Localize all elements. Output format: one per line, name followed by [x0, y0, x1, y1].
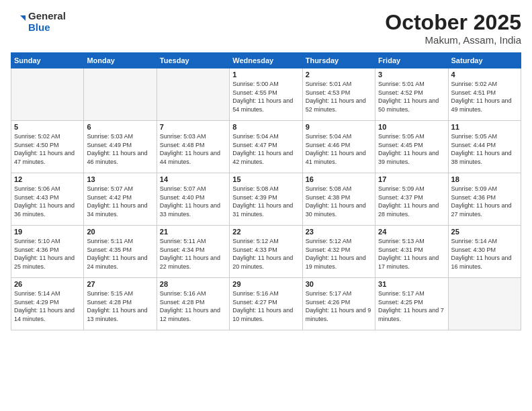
weekday-header: Monday	[84, 53, 157, 68]
calendar-week-row: 5Sunrise: 5:02 AMSunset: 4:50 PMDaylight…	[11, 121, 521, 173]
logo-general: General	[28, 11, 66, 22]
day-number: 28	[160, 280, 226, 288]
day-number: 3	[378, 71, 445, 79]
day-number: 31	[378, 280, 445, 288]
day-info: Sunrise: 5:07 AMSunset: 4:40 PMDaylight:…	[160, 185, 226, 218]
day-number: 14	[160, 175, 226, 183]
weekday-header: Sunday	[11, 53, 84, 68]
day-number: 17	[378, 175, 445, 183]
day-info: Sunrise: 5:07 AMSunset: 4:42 PMDaylight:…	[87, 185, 153, 218]
day-info: Sunrise: 5:02 AMSunset: 4:51 PMDaylight:…	[451, 80, 518, 113]
calendar-cell	[448, 278, 521, 330]
day-info: Sunrise: 5:14 AMSunset: 4:30 PMDaylight:…	[451, 237, 518, 271]
day-number: 6	[87, 123, 153, 131]
day-info: Sunrise: 5:16 AMSunset: 4:27 PMDaylight:…	[232, 289, 299, 323]
day-info: Sunrise: 5:01 AMSunset: 4:53 PMDaylight:…	[306, 80, 372, 113]
calendar-cell: 23Sunrise: 5:12 AMSunset: 4:32 PMDayligh…	[302, 226, 375, 278]
day-info: Sunrise: 5:05 AMSunset: 4:45 PMDaylight:…	[378, 132, 445, 166]
header: General Blue October 2025 Makum, Assam, …	[11, 11, 521, 46]
calendar-cell: 28Sunrise: 5:16 AMSunset: 4:28 PMDayligh…	[157, 278, 229, 330]
calendar-cell: 21Sunrise: 5:11 AMSunset: 4:34 PMDayligh…	[157, 226, 229, 278]
day-info: Sunrise: 5:03 AMSunset: 4:48 PMDaylight:…	[160, 132, 226, 166]
calendar-week-row: 19Sunrise: 5:10 AMSunset: 4:36 PMDayligh…	[11, 226, 521, 278]
calendar-cell: 20Sunrise: 5:11 AMSunset: 4:35 PMDayligh…	[84, 226, 157, 278]
calendar-cell: 19Sunrise: 5:10 AMSunset: 4:36 PMDayligh…	[11, 226, 84, 278]
calendar-cell: 3Sunrise: 5:01 AMSunset: 4:52 PMDaylight…	[375, 68, 448, 121]
calendar-cell: 25Sunrise: 5:14 AMSunset: 4:30 PMDayligh…	[448, 226, 521, 278]
day-number: 15	[232, 175, 299, 183]
day-number: 27	[87, 280, 153, 288]
title-block: October 2025 Makum, Assam, India	[385, 11, 521, 46]
day-number: 30	[306, 280, 372, 288]
day-number: 19	[14, 228, 81, 236]
day-number: 18	[451, 175, 518, 183]
calendar-cell: 10Sunrise: 5:05 AMSunset: 4:45 PMDayligh…	[375, 121, 448, 173]
calendar-cell: 26Sunrise: 5:14 AMSunset: 4:29 PMDayligh…	[11, 278, 84, 330]
day-number: 2	[306, 71, 372, 79]
day-number: 4	[451, 71, 518, 79]
day-number: 10	[378, 123, 445, 131]
calendar-cell: 15Sunrise: 5:08 AMSunset: 4:39 PMDayligh…	[230, 173, 302, 226]
day-info: Sunrise: 5:08 AMSunset: 4:39 PMDaylight:…	[232, 185, 299, 218]
logo-icon	[11, 13, 27, 29]
day-number: 24	[378, 228, 445, 236]
logo-blue: Blue	[28, 22, 66, 34]
day-info: Sunrise: 5:06 AMSunset: 4:43 PMDaylight:…	[14, 185, 81, 218]
calendar-cell: 22Sunrise: 5:12 AMSunset: 4:33 PMDayligh…	[230, 226, 302, 278]
day-number: 11	[451, 123, 518, 131]
day-info: Sunrise: 5:13 AMSunset: 4:31 PMDaylight:…	[378, 237, 445, 271]
calendar-container: General Blue October 2025 Makum, Assam, …	[0, 0, 532, 411]
day-info: Sunrise: 5:04 AMSunset: 4:47 PMDaylight:…	[232, 132, 299, 166]
logo: General Blue	[11, 11, 66, 33]
calendar-cell: 24Sunrise: 5:13 AMSunset: 4:31 PMDayligh…	[375, 226, 448, 278]
calendar-cell	[11, 68, 84, 121]
day-info: Sunrise: 5:14 AMSunset: 4:29 PMDaylight:…	[14, 289, 81, 323]
calendar-cell	[84, 68, 157, 121]
weekday-header: Thursday	[302, 53, 375, 68]
day-info: Sunrise: 5:12 AMSunset: 4:32 PMDaylight:…	[306, 237, 372, 271]
calendar-cell: 12Sunrise: 5:06 AMSunset: 4:43 PMDayligh…	[11, 173, 84, 226]
weekday-header: Saturday	[448, 53, 521, 68]
day-number: 13	[87, 175, 153, 183]
calendar-cell: 31Sunrise: 5:17 AMSunset: 4:25 PMDayligh…	[375, 278, 448, 330]
day-info: Sunrise: 5:05 AMSunset: 4:44 PMDaylight:…	[451, 132, 518, 166]
calendar-cell: 16Sunrise: 5:08 AMSunset: 4:38 PMDayligh…	[302, 173, 375, 226]
day-info: Sunrise: 5:12 AMSunset: 4:33 PMDaylight:…	[232, 237, 299, 271]
day-info: Sunrise: 5:10 AMSunset: 4:36 PMDaylight:…	[14, 237, 81, 271]
calendar-cell: 4Sunrise: 5:02 AMSunset: 4:51 PMDaylight…	[448, 68, 521, 121]
calendar-cell: 29Sunrise: 5:16 AMSunset: 4:27 PMDayligh…	[230, 278, 302, 330]
calendar-cell: 5Sunrise: 5:02 AMSunset: 4:50 PMDaylight…	[11, 121, 84, 173]
day-number: 9	[306, 123, 372, 131]
day-info: Sunrise: 5:09 AMSunset: 4:36 PMDaylight:…	[451, 185, 518, 218]
day-info: Sunrise: 5:04 AMSunset: 4:46 PMDaylight:…	[306, 132, 372, 166]
weekday-header: Friday	[375, 53, 448, 68]
calendar-cell: 27Sunrise: 5:15 AMSunset: 4:28 PMDayligh…	[84, 278, 157, 330]
calendar-cell: 18Sunrise: 5:09 AMSunset: 4:36 PMDayligh…	[448, 173, 521, 226]
day-number: 5	[14, 123, 81, 131]
calendar-week-row: 12Sunrise: 5:06 AMSunset: 4:43 PMDayligh…	[11, 173, 521, 226]
calendar-cell: 1Sunrise: 5:00 AMSunset: 4:55 PMDaylight…	[230, 68, 302, 121]
day-info: Sunrise: 5:03 AMSunset: 4:49 PMDaylight:…	[87, 132, 153, 166]
day-info: Sunrise: 5:16 AMSunset: 4:28 PMDaylight:…	[160, 289, 226, 323]
calendar-cell: 14Sunrise: 5:07 AMSunset: 4:40 PMDayligh…	[157, 173, 229, 226]
calendar-cell: 2Sunrise: 5:01 AMSunset: 4:53 PMDaylight…	[302, 68, 375, 121]
calendar-cell: 17Sunrise: 5:09 AMSunset: 4:37 PMDayligh…	[375, 173, 448, 226]
calendar-cell	[157, 68, 229, 121]
month-title: October 2025	[385, 11, 521, 34]
weekday-header: Wednesday	[230, 53, 302, 68]
day-info: Sunrise: 5:11 AMSunset: 4:34 PMDaylight:…	[160, 237, 226, 271]
day-info: Sunrise: 5:02 AMSunset: 4:50 PMDaylight:…	[14, 132, 81, 166]
calendar-cell: 6Sunrise: 5:03 AMSunset: 4:49 PMDaylight…	[84, 121, 157, 173]
calendar-cell: 13Sunrise: 5:07 AMSunset: 4:42 PMDayligh…	[84, 173, 157, 226]
day-info: Sunrise: 5:11 AMSunset: 4:35 PMDaylight:…	[87, 237, 153, 271]
day-info: Sunrise: 5:15 AMSunset: 4:28 PMDaylight:…	[87, 289, 153, 323]
calendar-cell: 9Sunrise: 5:04 AMSunset: 4:46 PMDaylight…	[302, 121, 375, 173]
day-info: Sunrise: 5:17 AMSunset: 4:25 PMDaylight:…	[378, 289, 445, 323]
day-number: 23	[306, 228, 372, 236]
calendar-cell: 30Sunrise: 5:17 AMSunset: 4:26 PMDayligh…	[302, 278, 375, 330]
day-number: 16	[306, 175, 372, 183]
svg-marker-0	[20, 15, 26, 21]
day-info: Sunrise: 5:09 AMSunset: 4:37 PMDaylight:…	[378, 185, 445, 218]
day-number: 29	[232, 280, 299, 288]
calendar-week-row: 26Sunrise: 5:14 AMSunset: 4:29 PMDayligh…	[11, 278, 521, 330]
